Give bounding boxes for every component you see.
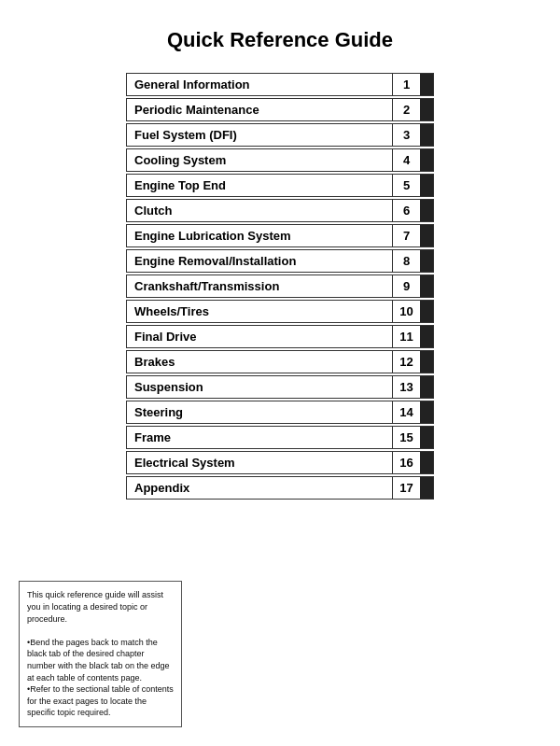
toc-row: Engine Removal/Installation8 [126, 249, 434, 273]
toc-container: General Information1Periodic Maintenance… [126, 73, 434, 500]
toc-row: Engine Top End5 [126, 174, 434, 197]
toc-row: Suspension13 [126, 375, 434, 399]
toc-label: Engine Lubrication System [127, 225, 392, 246]
toc-number: 2 [392, 99, 420, 120]
toc-number: 14 [392, 401, 420, 423]
toc-label: Engine Top End [127, 175, 392, 196]
toc-tab [420, 401, 433, 423]
toc-label: Engine Removal/Installation [127, 250, 392, 272]
toc-label: Crankshaft/Transmission [127, 275, 392, 297]
toc-tab [420, 326, 433, 347]
toc-row: Wheels/Tires10 [126, 300, 434, 323]
toc-tab [420, 376, 433, 398]
toc-tab [420, 301, 433, 322]
toc-tab [420, 124, 433, 146]
toc-label: Electrical System [127, 452, 392, 473]
toc-label: Steering [127, 401, 392, 423]
toc-row: Appendix17 [126, 476, 434, 500]
toc-label: General Information [127, 74, 392, 95]
toc-row: Steering14 [126, 401, 434, 424]
toc-number: 11 [392, 326, 420, 347]
toc-label: Cooling System [127, 149, 392, 171]
toc-tab [420, 149, 433, 171]
toc-row: Periodic Maintenance2 [126, 98, 434, 121]
toc-number: 12 [392, 351, 420, 373]
toc-tab [420, 99, 433, 120]
toc-number: 3 [392, 124, 420, 146]
toc-label: Final Drive [127, 326, 392, 347]
toc-tab [420, 74, 433, 95]
toc-number: 13 [392, 376, 420, 398]
toc-row: Clutch6 [126, 199, 434, 222]
toc-number: 9 [392, 275, 420, 297]
toc-number: 1 [392, 74, 420, 95]
toc-label: Brakes [127, 351, 392, 373]
toc-tab [420, 452, 433, 473]
toc-number: 8 [392, 250, 420, 272]
toc-tab [420, 427, 433, 448]
toc-tab [420, 250, 433, 272]
toc-number: 4 [392, 149, 420, 171]
toc-number: 16 [392, 452, 420, 473]
toc-number: 15 [392, 427, 420, 448]
toc-row: Cooling System4 [126, 148, 434, 172]
toc-tab [420, 175, 433, 196]
toc-number: 17 [392, 477, 420, 499]
page: Quick Reference Guide General Informatio… [0, 0, 560, 746]
note-text: This quick reference guide will assist y… [27, 590, 174, 717]
toc-row: General Information1 [126, 73, 434, 96]
toc-row: Frame15 [126, 426, 434, 449]
toc-tab [420, 200, 433, 221]
toc-row: Brakes12 [126, 350, 434, 373]
toc-label: Suspension [127, 376, 392, 398]
toc-label: Clutch [127, 200, 392, 221]
toc-label: Appendix [127, 477, 392, 499]
toc-row: Fuel System (DFI)3 [126, 123, 434, 147]
toc-row: Crankshaft/Transmission9 [126, 274, 434, 298]
note-box: This quick reference guide will assist y… [19, 581, 182, 727]
toc-tab [420, 225, 433, 246]
toc-row: Electrical System16 [126, 451, 434, 474]
toc-row: Final Drive11 [126, 325, 434, 348]
page-title: Quick Reference Guide [19, 28, 541, 52]
toc-number: 6 [392, 200, 420, 221]
toc-row: Engine Lubrication System7 [126, 224, 434, 247]
toc-tab [420, 477, 433, 499]
toc-label: Periodic Maintenance [127, 99, 392, 120]
toc-tab [420, 275, 433, 297]
toc-number: 10 [392, 301, 420, 322]
toc-label: Frame [127, 427, 392, 448]
toc-number: 7 [392, 225, 420, 246]
toc-label: Fuel System (DFI) [127, 124, 392, 146]
toc-tab [420, 351, 433, 373]
toc-label: Wheels/Tires [127, 301, 392, 322]
toc-number: 5 [392, 175, 420, 196]
